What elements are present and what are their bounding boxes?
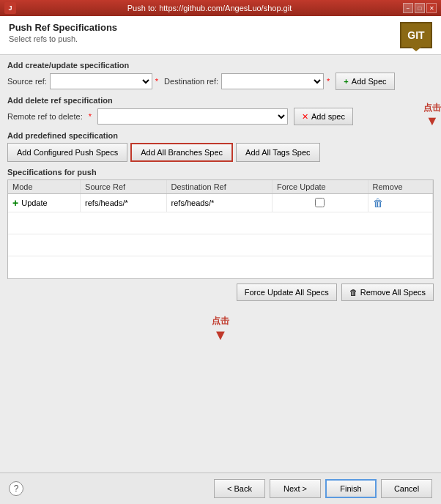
remove-cell[interactable]: 🗑 (368, 194, 432, 212)
remove-icon[interactable]: 🗑 (373, 197, 383, 209)
specs-table-container: Mode Source Ref Destination Ref Force Up… (7, 179, 434, 279)
create-update-form-row: Source ref: * Destination ref: * + Add S… (7, 73, 434, 90)
col-force-update: Force Update (273, 180, 368, 194)
add-delete-spec-icon: ✕ (302, 112, 308, 122)
footer-annotation-arrow: ▼ (213, 327, 228, 342)
predefined-section: 点击 ▼ Add predefined specification Add Co… (7, 131, 434, 162)
specs-for-push-section: Specifications for push Mode Source Ref … (7, 168, 434, 301)
cancel-label: Cancel (394, 484, 419, 493)
mode-cell: + Update (8, 194, 81, 212)
remote-ref-asterisk: * (89, 112, 92, 121)
dialog: Push Ref Specifications Select refs to p… (0, 16, 441, 504)
cancel-button[interactable]: Cancel (381, 479, 432, 498)
add-spec-button[interactable]: + Add Spec (336, 73, 394, 90)
col-dest-ref: Destination Ref (166, 180, 273, 194)
dialog-footer: ? < Back Next > Finish Cancel (0, 472, 441, 504)
add-delete-spec-button[interactable]: ✕ Add spec (294, 108, 353, 125)
delete-ref-form-row: Remote ref to delete: * ✕ Add spec (7, 108, 434, 125)
dialog-subtitle: Select refs to push. (9, 34, 117, 43)
dialog-content: Add create/update specification Source r… (0, 55, 441, 472)
source-ref-label: Source ref: (7, 77, 47, 86)
add-delete-spec-label: Add spec (311, 112, 345, 121)
col-source-ref: Source Ref (81, 180, 166, 194)
back-button[interactable]: < Back (214, 479, 265, 498)
source-ref-group: Source ref: * (7, 73, 158, 89)
title-bar: J Push to: https://github.com/AngesLuo/s… (0, 0, 441, 16)
help-button[interactable]: ? (9, 481, 23, 496)
add-all-tags-spec-label: Add All Tags Spec (245, 148, 310, 157)
mode-value: Update (21, 199, 47, 207)
remove-all-specs-icon: 🗑 (349, 288, 357, 297)
git-logo: GIT (400, 22, 432, 48)
add-spec-label: Add Spec (352, 77, 387, 86)
finish-button[interactable]: Finish (325, 479, 377, 498)
dest-ref-asterisk: * (327, 77, 330, 86)
add-spec-icon: + (344, 77, 348, 86)
add-all-tags-spec-button[interactable]: Add All Tags Spec (236, 143, 319, 162)
empty-row-1 (8, 212, 433, 234)
dialog-header: Push Ref Specifications Select refs to p… (0, 16, 441, 55)
delete-ref-title: Add delete ref specification (7, 96, 434, 105)
remote-ref-select[interactable] (97, 108, 288, 125)
force-update-all-specs-label: Force Update All Specs (245, 288, 329, 297)
close-button[interactable]: ✕ (426, 3, 437, 13)
force-update-cell[interactable] (273, 194, 368, 212)
dest-ref-group: Destination ref: * (164, 73, 330, 89)
dest-ref-cell: refs/heads/* (166, 194, 273, 212)
maximize-button[interactable]: □ (415, 3, 425, 13)
dialog-title: Push Ref Specifications (9, 22, 117, 33)
dest-ref-label: Destination ref: (164, 77, 218, 86)
footer-annotation-area: 点击 ▼ (7, 307, 434, 351)
specs-for-push-title: Specifications for push (7, 168, 434, 177)
back-label: < Back (227, 484, 252, 493)
force-update-all-specs-button[interactable]: Force Update All Specs (237, 284, 337, 301)
footer-left: ? (9, 481, 23, 496)
table-header-row: Mode Source Ref Destination Ref Force Up… (8, 180, 433, 194)
predefined-buttons: Add Configured Push Specs Add All Branch… (7, 143, 434, 162)
finish-label: Finish (340, 484, 361, 493)
create-update-section: Add create/update specification Source r… (7, 61, 434, 90)
remove-all-specs-button[interactable]: 🗑 Remove All Specs (341, 284, 434, 301)
title-bar-text: Push to: https://github.com/AngesLuo/sho… (16, 4, 403, 12)
app-icon: J (4, 2, 16, 14)
add-all-branches-spec-button[interactable]: Add All Branches Spec (130, 143, 233, 162)
predefined-title: Add predefined specification (7, 131, 434, 140)
specs-table: Mode Source Ref Destination Ref Force Up… (8, 180, 433, 278)
add-all-branches-spec-label: Add All Branches Spec (141, 148, 223, 157)
footer-annotation-text: 点击 (212, 315, 229, 327)
dest-ref-select[interactable] (221, 73, 324, 89)
empty-row-3 (8, 256, 433, 278)
dialog-header-text: Push Ref Specifications Select refs to p… (9, 22, 117, 43)
add-configured-push-specs-button[interactable]: Add Configured Push Specs (7, 143, 127, 162)
table-actions: Force Update All Specs 🗑 Remove All Spec… (7, 284, 434, 301)
plus-icon: + (12, 197, 18, 209)
delete-ref-section: Add delete ref specification Remote ref … (7, 96, 434, 125)
col-remove: Remove (368, 180, 432, 194)
next-button[interactable]: Next > (270, 479, 321, 498)
remote-ref-label: Remote ref to delete: (7, 112, 83, 121)
source-ref-asterisk: * (155, 77, 158, 86)
empty-row-2 (8, 234, 433, 256)
next-label: Next > (284, 484, 307, 493)
title-bar-controls: − □ ✕ (403, 3, 437, 13)
col-mode: Mode (8, 180, 81, 194)
create-update-title: Add create/update specification (7, 61, 434, 70)
source-ref-cell: refs/heads/* (81, 194, 166, 212)
force-update-checkbox[interactable] (315, 198, 325, 207)
add-configured-push-specs-label: Add Configured Push Specs (17, 148, 118, 157)
minimize-button[interactable]: − (403, 3, 413, 13)
footer-right: < Back Next > Finish Cancel (214, 479, 432, 498)
source-ref-select[interactable] (50, 73, 152, 89)
table-row: + Update refs/heads/* refs/heads/* 🗑 (8, 194, 433, 212)
remove-all-specs-label: Remove All Specs (360, 288, 426, 297)
